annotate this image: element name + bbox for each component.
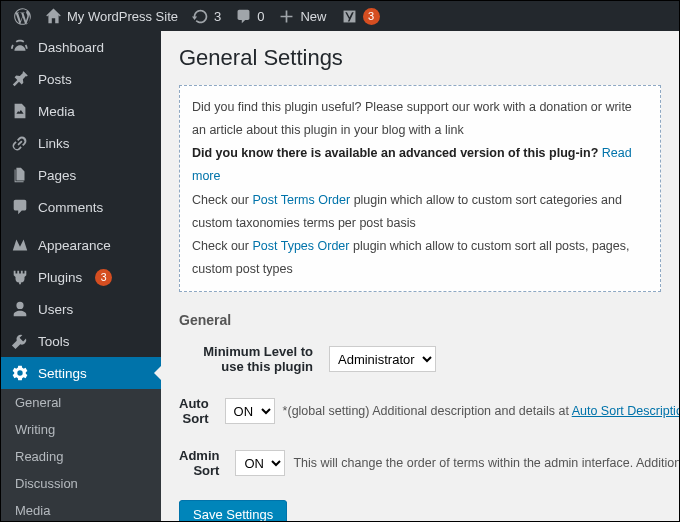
admin-menu: Dashboard Posts Media Links Pages Commen… [1, 31, 161, 521]
plus-icon [278, 8, 295, 25]
dashboard-icon [11, 38, 29, 56]
menu-plugins[interactable]: Plugins 3 [1, 261, 161, 293]
settings-icon [11, 364, 29, 382]
home-icon [45, 8, 62, 25]
appearance-icon [11, 236, 29, 254]
menu-media[interactable]: Media [1, 95, 161, 127]
sub-reading[interactable]: Reading [1, 443, 161, 470]
min-level-select[interactable]: Administrator [329, 346, 436, 372]
admin-sort-label: Admin Sort [179, 448, 235, 478]
main-content: General Settings Did you find this plugi… [161, 31, 679, 521]
menu-appearance[interactable]: Appearance [1, 229, 161, 261]
notice-line-2: Did you know there is available an advan… [192, 142, 648, 188]
site-name[interactable]: My WordPress Site [38, 1, 185, 31]
settings-submenu: General Writing Reading Discussion Media… [1, 389, 161, 521]
plugins-badge: 3 [95, 269, 112, 286]
yoast-seo[interactable]: 3 [334, 1, 387, 31]
notice-line-3: Check our Post Terms Order plugin which … [192, 189, 648, 235]
auto-sort-hint: *(global setting) Additional description… [283, 404, 679, 418]
admin-sort-hint: This will change the order of terms with… [293, 456, 679, 470]
comments-count: 0 [257, 9, 264, 24]
section-heading: General [179, 312, 661, 328]
info-notice: Did you find this plugin useful? Please … [179, 85, 661, 292]
row-auto-sort: Auto Sort ON *(global setting) Additiona… [179, 396, 661, 426]
pages-icon [11, 166, 29, 184]
sub-media[interactable]: Media [1, 497, 161, 521]
menu-posts[interactable]: Posts [1, 63, 161, 95]
save-settings-button[interactable]: Save Settings [179, 500, 287, 521]
media-icon [11, 102, 29, 120]
admin-sort-select[interactable]: ON [235, 450, 285, 476]
site-name-label: My WordPress Site [67, 9, 178, 24]
notice-line-1: Did you find this plugin useful? Please … [192, 96, 648, 142]
menu-settings[interactable]: Settings [1, 357, 161, 389]
links-icon [11, 134, 29, 152]
menu-dashboard[interactable]: Dashboard [1, 31, 161, 63]
comments-icon [11, 198, 29, 216]
update-icon [192, 8, 209, 25]
auto-sort-label: Auto Sort [179, 396, 225, 426]
auto-sort-desc-link[interactable]: Auto Sort Description [572, 404, 679, 418]
sub-general[interactable]: General [1, 389, 161, 416]
admin-bar: My WordPress Site 3 0 New 3 [1, 1, 679, 31]
notice-line-4: Check our Post Types Order plugin which … [192, 235, 648, 281]
tools-icon [11, 332, 29, 350]
comments[interactable]: 0 [228, 1, 271, 31]
menu-comments[interactable]: Comments [1, 191, 161, 223]
menu-users[interactable]: Users [1, 293, 161, 325]
row-admin-sort: Admin Sort ON This will change the order… [179, 448, 661, 478]
post-terms-order-link[interactable]: Post Terms Order [252, 193, 350, 207]
row-min-level: Minimum Level to use this plugin Adminis… [179, 344, 661, 374]
auto-sort-select[interactable]: ON [225, 398, 275, 424]
sub-writing[interactable]: Writing [1, 416, 161, 443]
new-label: New [300, 9, 326, 24]
min-level-label: Minimum Level to use this plugin [179, 344, 329, 374]
wordpress-icon [14, 8, 31, 25]
menu-links[interactable]: Links [1, 127, 161, 159]
comment-icon [235, 8, 252, 25]
users-icon [11, 300, 29, 318]
yoast-icon [341, 8, 358, 25]
plugin-icon [11, 268, 29, 286]
new-content[interactable]: New [271, 1, 333, 31]
sub-discussion[interactable]: Discussion [1, 470, 161, 497]
menu-pages[interactable]: Pages [1, 159, 161, 191]
updates-count: 3 [214, 9, 221, 24]
page-title: General Settings [179, 45, 661, 71]
yoast-badge: 3 [363, 8, 380, 25]
updates[interactable]: 3 [185, 1, 228, 31]
post-types-order-link[interactable]: Post Types Order [252, 239, 349, 253]
pin-icon [11, 70, 29, 88]
wp-logo[interactable] [7, 1, 38, 31]
menu-tools[interactable]: Tools [1, 325, 161, 357]
